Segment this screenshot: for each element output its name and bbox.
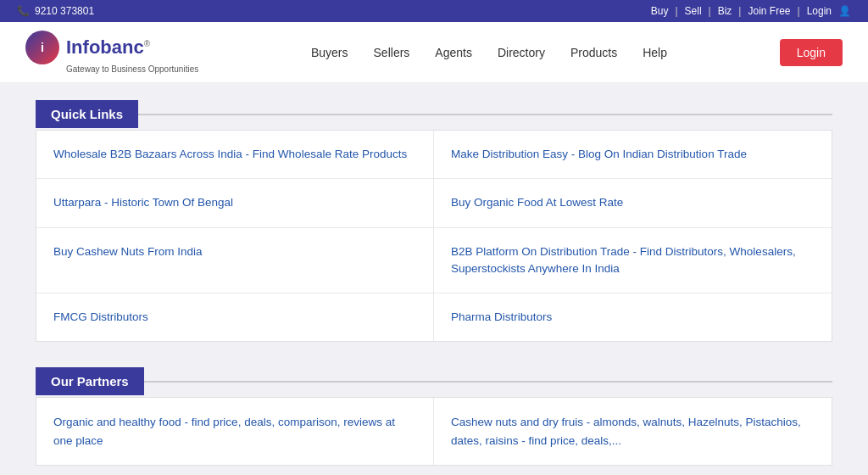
main-content: Quick Links Wholesale B2B Bazaars Across…	[27, 100, 841, 466]
list-item: Make Distribution Easy - Blog On Indian …	[434, 131, 832, 179]
list-item: Cashew nuts and dry fruis - almonds, wal…	[434, 398, 832, 465]
phone-number: 9210 373801	[35, 5, 94, 17]
top-bar-buy-link[interactable]: Buy	[651, 5, 669, 17]
list-item: Pharma Distributors	[434, 293, 832, 341]
quick-link-3-right[interactable]: B2B Platform On Distribution Trade - Fin…	[451, 245, 796, 275]
nav-agents[interactable]: Agents	[435, 46, 472, 59]
user-icon: 👤	[838, 5, 851, 17]
list-item: Buy Cashew Nuts From India	[36, 228, 434, 294]
logo-tagline: Gateway to Business Opportunities	[66, 64, 198, 74]
logo-text: Infobanc®	[66, 36, 150, 59]
list-item: Organic and healthy food - find price, d…	[36, 398, 434, 465]
partner-link-right[interactable]: Cashew nuts and dry fruis - almonds, wal…	[451, 416, 801, 447]
top-bar-phone: 📞 9210 373801	[17, 5, 94, 17]
quick-links-title: Quick Links	[36, 100, 138, 128]
quick-links-line	[138, 114, 832, 115]
logo-area: i Infobanc® Gateway to Business Opportun…	[25, 31, 198, 74]
quick-link-2-left[interactable]: Uttarpara - Historic Town Of Bengal	[53, 196, 233, 209]
list-item: Uttarpara - Historic Town Of Bengal	[36, 179, 434, 227]
quick-link-3-left[interactable]: Buy Cashew Nuts From India	[53, 245, 203, 258]
logo-icon: i	[25, 31, 59, 64]
nav-products[interactable]: Products	[570, 46, 617, 59]
phone-icon: 📞	[17, 5, 30, 17]
nav-sellers[interactable]: Sellers	[374, 46, 410, 59]
top-bar-login-link[interactable]: Login	[807, 5, 832, 17]
list-item: Buy Organic Food At Lowest Rate	[434, 179, 832, 227]
top-bar-links: Buy | Sell | Biz | Join Free | Login 👤	[651, 5, 851, 17]
quick-links-section: Quick Links Wholesale B2B Bazaars Across…	[36, 100, 832, 342]
nav-buyers[interactable]: Buyers	[311, 46, 348, 59]
partner-link-left[interactable]: Organic and healthy food - find price, d…	[53, 416, 395, 447]
list-item: FMCG Distributors	[36, 293, 434, 341]
list-item: Wholesale B2B Bazaars Across India - Fin…	[36, 131, 434, 179]
quick-link-4-right[interactable]: Pharma Distributors	[451, 310, 552, 323]
header: i Infobanc® Gateway to Business Opportun…	[0, 22, 868, 83]
quick-link-1-left[interactable]: Wholesale B2B Bazaars Across India - Fin…	[53, 148, 407, 160]
main-nav: Buyers Sellers Agents Directory Products…	[311, 46, 667, 59]
login-button[interactable]: Login	[780, 39, 843, 66]
our-partners-line	[144, 381, 832, 383]
list-item: B2B Platform On Distribution Trade - Fin…	[434, 228, 832, 294]
nav-help[interactable]: Help	[643, 46, 667, 59]
partners-grid: Organic and healthy food - find price, d…	[36, 397, 832, 466]
quick-links-grid: Wholesale B2B Bazaars Across India - Fin…	[36, 130, 832, 342]
quick-link-2-right[interactable]: Buy Organic Food At Lowest Rate	[451, 196, 623, 209]
our-partners-title: Our Partners	[36, 367, 144, 395]
quick-link-4-left[interactable]: FMCG Distributors	[53, 310, 148, 323]
our-partners-header: Our Partners	[36, 367, 832, 395]
quick-link-1-right[interactable]: Make Distribution Easy - Blog On Indian …	[451, 148, 747, 160]
quick-links-header: Quick Links	[36, 100, 832, 128]
top-bar-sell-link[interactable]: Sell	[685, 5, 702, 17]
top-bar-biz-link[interactable]: Biz	[718, 5, 732, 17]
nav-directory[interactable]: Directory	[498, 46, 545, 59]
top-bar: 📞 9210 373801 Buy | Sell | Biz | Join Fr…	[0, 0, 868, 22]
our-partners-section: Our Partners Organic and healthy food - …	[36, 367, 832, 466]
top-bar-join-link[interactable]: Join Free	[748, 5, 790, 17]
